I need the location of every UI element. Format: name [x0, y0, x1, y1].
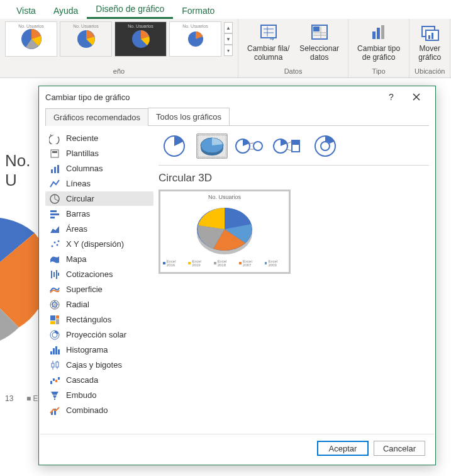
svg-rect-12 [428, 35, 430, 39]
svg-rect-37 [58, 349, 60, 354]
svg-point-23 [52, 245, 53, 247]
category-reciente[interactable]: Reciente [45, 131, 153, 145]
category-combinado[interactable]: Combinado [45, 403, 153, 417]
move-chart-button[interactable]: Mover gráfico [415, 21, 445, 63]
select-data-button[interactable]: Seleccionar datos [296, 21, 343, 63]
category-superficie[interactable]: Superficie [45, 282, 153, 297]
category-label: Embudo [66, 390, 96, 400]
svg-point-55 [321, 142, 330, 150]
move-chart-label: Mover gráfico [418, 44, 441, 62]
svg-rect-30 [56, 319, 59, 324]
svg-point-50 [253, 142, 262, 150]
chart-style-2[interactable]: No. Usuarios [60, 21, 112, 57]
legend-fragment: ■ E [26, 394, 38, 403]
row-number-fragment: 13 [5, 394, 13, 403]
category-label: Plantillas [66, 149, 99, 158]
pie-of-pie-icon [235, 137, 264, 156]
category-icon [49, 344, 60, 356]
category-icon [49, 208, 60, 220]
svg-rect-35 [53, 348, 55, 354]
ribbon-tab-ayuda[interactable]: Ayuda [45, 2, 87, 19]
category-label: Superficie [66, 285, 103, 294]
chart-style-1[interactable]: No. Usuarios [5, 21, 57, 57]
category-histograma[interactable]: Histograma [45, 343, 153, 357]
category-columnas[interactable]: Columnas [45, 161, 153, 176]
gallery-up[interactable]: ▲ [224, 22, 233, 33]
ribbon-group-label-styles: eño [113, 67, 125, 76]
change-type-icon [369, 23, 389, 43]
category-plantillas[interactable]: Plantillas [45, 146, 153, 161]
subtype-row [159, 131, 429, 165]
ribbon-group-label-location: Ubicación [415, 67, 445, 76]
category-icon [49, 148, 60, 159]
close-button[interactable] [404, 88, 429, 106]
category-rect-ngulos[interactable]: Rectángulos [45, 312, 153, 327]
subtype-pie[interactable] [159, 133, 190, 159]
svg-rect-14 [51, 150, 58, 157]
category-l-neas[interactable]: Líneas [45, 176, 153, 191]
chart-subtype-pane: Circular 3D No. Usuarios Excel 2016Excel… [159, 131, 429, 431]
category-radial[interactable]: Radial [45, 297, 153, 312]
gallery-more[interactable]: ▾ [224, 45, 233, 56]
category-proyecci-n-solar[interactable]: Proyección solar [45, 327, 153, 342]
category-label: Circular [66, 194, 94, 203]
svg-point-26 [58, 240, 60, 242]
subtype-pie-of-pie[interactable] [234, 133, 265, 159]
category-icon [49, 314, 60, 326]
category-embudo[interactable]: Embudo [45, 388, 153, 402]
change-chart-type-button[interactable]: Cambiar tipo de gráfico [354, 21, 404, 63]
ribbon-group-label-data: Datos [284, 67, 303, 76]
category-label: Histograma [66, 345, 108, 354]
category-barras[interactable]: Barras [45, 207, 153, 221]
category-label: Áreas [66, 224, 87, 234]
category-icon [49, 133, 60, 144]
dialog-body: RecientePlantillasColumnasLíneasCircular… [39, 126, 435, 434]
svg-rect-43 [58, 377, 60, 380]
subtype-title: Circular 3D [159, 172, 429, 184]
preview-pie-icon [190, 201, 259, 257]
category-icon [49, 193, 60, 205]
chart-preview[interactable]: No. Usuarios Excel 2016Excel 2019Excel 2… [159, 190, 291, 274]
svg-rect-29 [56, 315, 59, 319]
category-label: Reciente [66, 133, 98, 143]
ribbon-tab-diseno-grafico[interactable]: Diseño de gráfico [87, 0, 173, 19]
svg-rect-20 [50, 210, 57, 212]
switch-row-col-button[interactable]: Cambiar fila/ columna [243, 21, 293, 63]
category-icon [49, 299, 60, 310]
category-cotizaciones[interactable]: Cotizaciones [45, 267, 153, 281]
category-icon [49, 224, 60, 235]
pie-3d-icon [199, 135, 225, 157]
dialog-tabs: Gráficos recomendados Todos los gráficos [39, 108, 435, 125]
category-mapa[interactable]: Mapa [45, 252, 153, 266]
category-icon [49, 254, 60, 265]
category-icon [49, 269, 60, 280]
ribbon-tab-vista[interactable]: Vista [8, 2, 45, 19]
category-label: Proyección solar [66, 330, 126, 339]
category-icon [49, 178, 60, 190]
category-x-y-dispersi-n-[interactable]: X Y (dispersión) [45, 237, 153, 251]
chart-style-4[interactable]: No. Usuarios [169, 21, 221, 57]
category-label: Cascada [66, 375, 98, 385]
tab-recommended[interactable]: Gráficos recomendados [45, 108, 148, 126]
category-label: Líneas [66, 179, 91, 188]
cancel-button[interactable]: Cancelar [374, 441, 425, 456]
subtype-bar-of-pie[interactable] [272, 133, 303, 159]
category-cajas-y-bigotes[interactable]: Cajas y bigotes [45, 358, 153, 372]
ribbon-group-type: Cambiar tipo de gráfico Tipo [348, 19, 409, 77]
help-button[interactable]: ? [379, 88, 404, 106]
chart-style-3[interactable]: No. Usuarios [114, 21, 167, 57]
category-cascada[interactable]: Cascada [45, 373, 153, 387]
ok-button[interactable]: Aceptar [317, 441, 369, 456]
category-label: Cotizaciones [66, 269, 113, 279]
ribbon-tab-formato[interactable]: Formato [173, 2, 223, 19]
ribbon-group-styles: No. Usuarios No. Usuarios No. Usuarios N… [0, 19, 238, 77]
dialog-titlebar: Cambiar tipo de gráfico ? [39, 86, 435, 108]
category-circular[interactable]: Circular [45, 191, 153, 206]
category--reas[interactable]: Áreas [45, 222, 153, 236]
gallery-down[interactable]: ▼ [224, 33, 233, 45]
svg-rect-18 [57, 165, 59, 173]
subtype-doughnut[interactable] [309, 133, 341, 159]
subtype-pie-3d[interactable] [196, 133, 228, 159]
svg-rect-53 [292, 140, 299, 145]
tab-all-charts[interactable]: Todos los gráficos [148, 108, 230, 125]
